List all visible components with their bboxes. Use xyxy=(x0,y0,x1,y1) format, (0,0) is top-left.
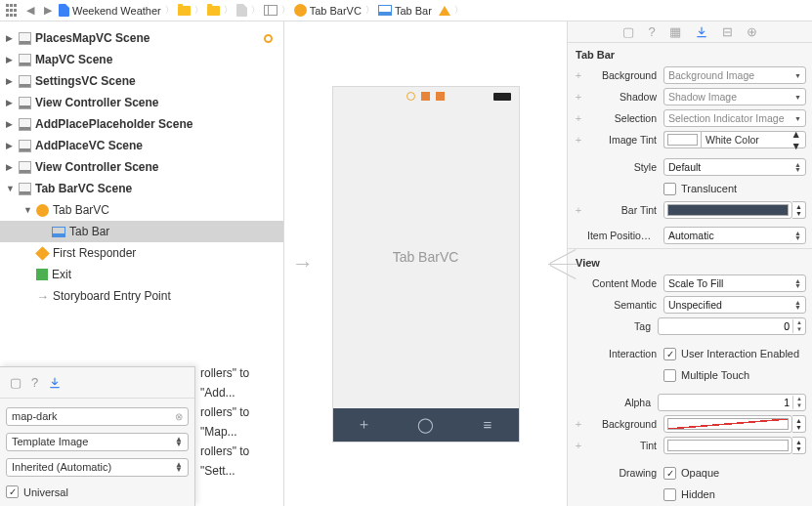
add-variation-icon[interactable]: + xyxy=(574,204,583,216)
exit-dock-icon[interactable] xyxy=(436,92,445,101)
nav-forward-icon[interactable]: ▶ xyxy=(41,4,55,17)
scene-icon xyxy=(19,140,31,152)
background-color[interactable]: ▲▼ xyxy=(663,415,806,433)
chevron-right-icon: 〉 xyxy=(165,4,174,17)
chevron-right-icon: 〉 xyxy=(194,4,203,17)
scene-icon xyxy=(19,54,31,66)
quick-help-tab-icon[interactable]: ? xyxy=(31,375,38,390)
add-variation-icon[interactable]: + xyxy=(574,134,583,146)
breadcrumb-tabbarvc[interactable]: Tab BarVC xyxy=(294,4,362,17)
file-inspector-tab-icon[interactable]: ▢ xyxy=(622,24,634,39)
viewcontroller-icon xyxy=(294,4,307,17)
scene-row[interactable]: ▶SettingsVC Scene xyxy=(0,70,283,92)
tab-bar-preview[interactable]: ＋ ◯ ≡ xyxy=(333,408,519,442)
scene-icon xyxy=(19,75,31,88)
scene-row[interactable]: ▶AddPlacePlaceholder Scene xyxy=(0,113,283,135)
universal-label: Universal xyxy=(23,486,68,498)
truncated-segue-list: rollers" to "Add... rollers" to "Map... … xyxy=(200,363,283,481)
file-inspector-tab-icon[interactable]: ▢ xyxy=(10,375,21,390)
outline-tabbar-selected[interactable]: Tab Bar xyxy=(0,221,283,242)
tab-item-globe[interactable]: ◯ xyxy=(395,408,456,442)
warning-icon[interactable] xyxy=(439,6,450,16)
clear-icon[interactable]: ⊗ xyxy=(175,411,183,422)
first-responder-dock-icon[interactable] xyxy=(421,92,430,101)
compression-select[interactable]: Inherited (Automatic)▲▼ xyxy=(6,458,189,477)
exit-icon xyxy=(36,269,48,280)
related-items-icon[interactable] xyxy=(6,4,20,18)
scene-header xyxy=(333,87,519,106)
storyboard-file-icon xyxy=(236,4,247,17)
attributes-tab-icon[interactable] xyxy=(48,376,62,390)
interface-builder-canvas[interactable]: → Tab BarVC ＋ ◯ ≡ xyxy=(284,21,567,506)
background-image-combo[interactable]: Background Image▼ xyxy=(663,66,806,84)
image-tint-color[interactable]: White Color▲▼ xyxy=(663,131,806,148)
scene-row[interactable]: ▶View Controller Scene xyxy=(0,92,283,113)
semantic-select[interactable]: Unspecified▲▼ xyxy=(663,296,806,314)
tab-item-add[interactable]: ＋ xyxy=(333,408,395,442)
asset-name-field[interactable]: map-dark⊗ xyxy=(6,407,189,426)
tab-item-menu[interactable]: ≡ xyxy=(456,408,518,442)
scene-row[interactable]: ▶AddPlaceVC Scene xyxy=(0,135,283,156)
add-variation-icon[interactable]: + xyxy=(574,440,583,451)
content-mode-select[interactable]: Scale To Fill▲▼ xyxy=(663,274,806,292)
breadcrumb-scene[interactable] xyxy=(264,5,278,16)
style-select[interactable]: Default▲▼ xyxy=(663,158,806,176)
size-inspector-tab-icon[interactable]: ⊟ xyxy=(722,24,733,39)
scene-icon xyxy=(19,161,31,174)
attributes-inspector-tab-icon[interactable] xyxy=(695,25,708,39)
add-variation-icon[interactable]: + xyxy=(574,112,583,124)
viewcontroller-dock-icon[interactable] xyxy=(406,92,415,101)
scene-row[interactable]: ▼Tab BarVC Scene xyxy=(0,178,283,199)
chevron-right-icon: 〉 xyxy=(365,4,374,17)
quick-help-tab-icon[interactable]: ? xyxy=(648,24,655,39)
viewcontroller-icon xyxy=(36,204,49,217)
view-area[interactable]: Tab BarVC xyxy=(333,106,519,408)
add-variation-icon[interactable]: + xyxy=(574,418,583,430)
breadcrumb-tabbar[interactable]: Tab Bar xyxy=(378,5,432,17)
item-positioning-select[interactable]: Automatic▲▼ xyxy=(663,227,806,244)
identity-inspector-tab-icon[interactable]: ▦ xyxy=(669,24,681,39)
chevron-right-icon: 〉 xyxy=(454,4,463,17)
selection-image-combo[interactable]: Selection Indicator Image▼ xyxy=(663,109,806,127)
tabbar-element-icon xyxy=(378,5,392,16)
scene-icon xyxy=(19,32,31,45)
tabbar-element-icon xyxy=(52,227,65,237)
tint-color[interactable]: ▲▼ xyxy=(663,437,806,454)
hidden-checkbox[interactable] xyxy=(663,488,676,501)
alpha-field[interactable]: ▲▼ xyxy=(658,394,806,411)
section-tab-bar: Tab Bar xyxy=(568,43,812,64)
add-variation-icon[interactable]: + xyxy=(574,91,583,103)
translucent-checkbox[interactable] xyxy=(663,183,676,195)
first-responder-icon xyxy=(35,246,50,261)
user-interaction-checkbox[interactable] xyxy=(663,348,676,360)
inspector-tab-bar: ▢ ? ▦ ⊟ ⊕ xyxy=(568,21,812,43)
universal-checkbox[interactable] xyxy=(6,485,19,498)
opaque-checkbox[interactable] xyxy=(663,467,676,480)
multiple-touch-checkbox[interactable] xyxy=(663,369,676,382)
breadcrumb-folder-1[interactable] xyxy=(178,6,191,16)
scene-row[interactable]: ▶MapVC Scene xyxy=(0,49,283,70)
nav-back-icon[interactable]: ◀ xyxy=(23,4,37,17)
breadcrumb-folder-2[interactable] xyxy=(207,6,220,16)
render-as-select[interactable]: Template Image▲▼ xyxy=(6,433,189,451)
outline-entry-point[interactable]: →Storyboard Entry Point xyxy=(0,285,283,307)
scene-row[interactable]: ▶View Controller Scene xyxy=(0,156,283,178)
outline-exit[interactable]: Exit xyxy=(0,264,283,285)
simulated-device[interactable]: Tab BarVC ＋ ◯ ≡ xyxy=(332,86,520,443)
scene-layout-icon xyxy=(264,5,278,16)
outline-first-responder[interactable]: First Responder xyxy=(0,242,283,264)
connections-inspector-tab-icon[interactable]: ⊕ xyxy=(747,24,757,39)
asset-attributes-panel: ▢ ? map-dark⊗ Template Image▲▼ Inherited… xyxy=(0,366,195,506)
document-outline: ▶PlacesMapVC Scene ▶MapVC Scene ▶Setting… xyxy=(0,21,284,506)
bar-tint-color[interactable]: ▲▼ xyxy=(663,201,806,219)
scene-icon xyxy=(19,97,31,109)
outline-tabbarvc[interactable]: ▼Tab BarVC xyxy=(0,199,283,221)
scene-row[interactable]: ▶PlacesMapVC Scene xyxy=(0,27,283,49)
status-ring-icon xyxy=(264,34,273,43)
add-variation-icon[interactable]: + xyxy=(574,69,583,81)
breadcrumb-project[interactable]: Weekend Weather xyxy=(59,4,161,17)
shadow-image-combo[interactable]: Shadow Image▼ xyxy=(663,88,806,105)
breadcrumb-file[interactable] xyxy=(236,4,247,17)
section-view: View xyxy=(568,251,812,273)
tag-field[interactable]: ▲▼ xyxy=(658,317,806,335)
